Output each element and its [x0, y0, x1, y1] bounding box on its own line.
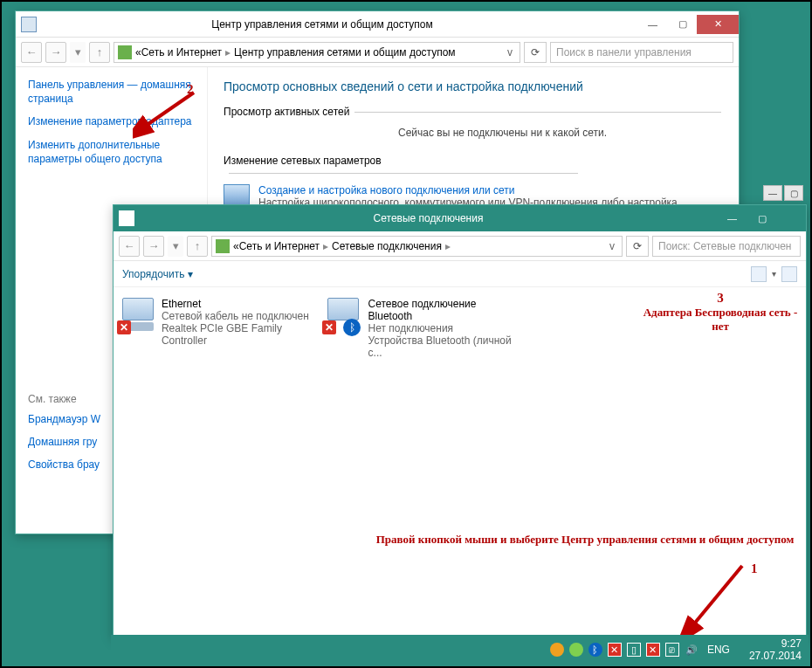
app-icon — [119, 210, 134, 226]
crumb-prefix: « — [135, 46, 141, 59]
arrow-2 — [133, 89, 203, 141]
lang-indicator[interactable]: ENG — [707, 644, 730, 656]
clock[interactable]: 9:27 27.07.2014 — [749, 637, 802, 663]
annotation-3: 3 Адаптера Беспроводная сеть - нет — [642, 291, 799, 334]
address-dropdown[interactable]: v — [504, 46, 516, 59]
address-dropdown[interactable]: v — [606, 240, 618, 252]
system-tray: ᛒ ✕ ▯ ✕ ⎚ 🔊 — [550, 643, 698, 657]
tray-icon-bluetooth[interactable]: ᛒ — [588, 643, 602, 657]
view-tools: ▾ — [751, 266, 797, 282]
network-icon — [118, 45, 132, 59]
bluetooth-icon: ᛒ — [343, 319, 361, 336]
clock-date: 27.07.2014 — [749, 650, 802, 662]
adapter-hw: Realtek PCIe GBE Family Controller — [162, 322, 310, 347]
tray-icon-network[interactable]: ⎚ — [665, 643, 679, 657]
bg-minimize[interactable]: — — [763, 185, 782, 201]
titlebar-network-center[interactable]: Центр управления сетями и общим доступом… — [16, 11, 739, 38]
window-title: Центр управления сетями и общим доступом — [42, 18, 637, 31]
navbar: ← → ▾ ↑ « Сеть и Интернет ▸ Сетевые подк… — [114, 231, 806, 261]
toolbar: Упорядочить ▾ ▾ — [114, 261, 806, 287]
background-window-controls: — ▢ — [763, 185, 803, 201]
chevron-right-icon[interactable]: ▸ — [225, 46, 231, 59]
adapter-name: Ethernet — [162, 298, 310, 310]
search-placeholder: Поиск: Сетевые подключен — [658, 240, 792, 252]
arrow-1 — [674, 561, 761, 639]
adapter-name: Сетевое подключение Bluetooth — [368, 298, 515, 322]
refresh-button[interactable]: ⟳ — [626, 236, 649, 257]
search-input[interactable]: Поиск: Сетевые подключен — [652, 236, 801, 257]
svg-line-0 — [143, 93, 194, 127]
network-icon — [216, 239, 230, 253]
app-icon — [21, 17, 37, 32]
address-bar[interactable]: « Сеть и Интернет ▸ Сетевые подключения … — [211, 236, 623, 257]
search-placeholder: Поиск в панели управления — [556, 46, 692, 59]
history-dropdown[interactable]: ▾ — [70, 42, 86, 63]
chevron-down-icon: ▾ — [188, 268, 193, 280]
minimize-button[interactable]: — — [717, 209, 747, 228]
adapter-bluetooth[interactable]: ✕ᛒ Сетевое подключение Bluetooth Нет под… — [327, 298, 515, 359]
close-button[interactable] — [776, 209, 806, 228]
crumb-1[interactable]: Сеть и Интернет — [141, 46, 222, 59]
help-button[interactable] — [781, 266, 797, 282]
adapter-ethernet[interactable]: ✕ Ethernet Сетевой кабель не подключен R… — [122, 298, 310, 359]
change-settings-title: Изменение сетевых параметров — [224, 155, 723, 179]
navbar: ← → ▾ ↑ « Сеть и Интернет ▸ Центр управл… — [16, 38, 739, 67]
tray-icon-security[interactable]: ✕ — [646, 643, 660, 657]
sidebar-change-sharing[interactable]: Изменить дополнительные параметры общего… — [28, 138, 195, 166]
change-settings-label: Изменение сетевых параметров — [224, 155, 382, 167]
adapter-status: Нет подключения — [368, 322, 515, 334]
tray-icon-action[interactable]: ✕ — [608, 643, 622, 657]
tray-icon-volume[interactable]: 🔊 — [685, 643, 698, 657]
tray-icon-skype[interactable] — [569, 643, 583, 657]
taskbar[interactable]: ᛒ ✕ ▯ ✕ ⎚ 🔊 ENG 9:27 27.07.2014 — [111, 635, 809, 665]
view-mode-button[interactable] — [751, 266, 767, 282]
adapter-hw: Устройства Bluetooth (личной с... — [368, 334, 515, 359]
window-controls: — ▢ — [717, 209, 806, 228]
anno-3-number: 3 — [642, 291, 799, 306]
new-connection-link[interactable]: Создание и настройка нового подключения … — [258, 184, 515, 196]
window-title: Сетевые подключения — [140, 212, 717, 224]
address-bar[interactable]: « Сеть и Интернет ▸ Центр управления сет… — [114, 42, 520, 63]
up-button[interactable]: ↑ — [187, 236, 208, 257]
view-dropdown[interactable]: ▾ — [772, 269, 776, 279]
search-input[interactable]: Поиск в панели управления — [550, 42, 733, 63]
disabled-x-icon: ✕ — [322, 320, 336, 334]
back-button[interactable]: ← — [119, 236, 140, 257]
crumb-prefix: « — [233, 240, 239, 252]
back-button[interactable]: ← — [21, 42, 42, 63]
refresh-button[interactable]: ⟳ — [524, 42, 547, 63]
svg-line-1 — [692, 566, 742, 627]
chevron-right-icon[interactable]: ▸ — [445, 240, 451, 252]
tray-icon-battery[interactable]: ▯ — [627, 643, 641, 657]
bg-maximize[interactable]: ▢ — [784, 185, 803, 201]
bluetooth-adapter-icon: ✕ᛒ — [327, 298, 361, 333]
page-heading: Просмотр основных сведений о сети и наст… — [224, 79, 723, 93]
up-button[interactable]: ↑ — [89, 42, 110, 63]
crumb-1[interactable]: Сеть и Интернет — [239, 240, 320, 252]
close-button[interactable]: ✕ — [697, 15, 739, 34]
maximize-button[interactable]: ▢ — [667, 15, 697, 34]
chevron-right-icon[interactable]: ▸ — [323, 240, 328, 252]
organize-button[interactable]: Упорядочить ▾ — [122, 268, 193, 280]
organize-label: Упорядочить — [122, 268, 184, 280]
adapter-status: Сетевой кабель не подключен — [162, 310, 310, 322]
clock-time: 9:27 — [749, 637, 802, 650]
titlebar-network-connections[interactable]: Сетевые подключения — ▢ — [114, 205, 806, 231]
history-dropdown[interactable]: ▾ — [168, 236, 183, 257]
disabled-x-icon: ✕ — [117, 320, 131, 334]
active-networks-title: Просмотр активных сетей — [224, 106, 723, 118]
forward-button[interactable]: → — [45, 42, 66, 63]
tray-icon-weather[interactable] — [550, 643, 564, 657]
crumb-2[interactable]: Сетевые подключения — [332, 240, 442, 252]
maximize-button[interactable]: ▢ — [747, 209, 776, 228]
ethernet-icon: ✕ — [122, 298, 155, 333]
window-controls: — ▢ ✕ — [637, 15, 739, 34]
active-networks-label: Просмотр активных сетей — [224, 106, 349, 118]
forward-button[interactable]: → — [143, 236, 164, 257]
crumb-2[interactable]: Центр управления сетями и общим доступом — [234, 46, 456, 59]
anno-3-text: Адаптера Беспроводная сеть - нет — [642, 306, 799, 334]
minimize-button[interactable]: — — [637, 15, 667, 34]
not-connected-msg: Сейчас вы не подключены ни к какой сети. — [398, 127, 723, 139]
annotation-instruction: Правой кнопкой мыши и выберите Центр упр… — [371, 533, 799, 547]
